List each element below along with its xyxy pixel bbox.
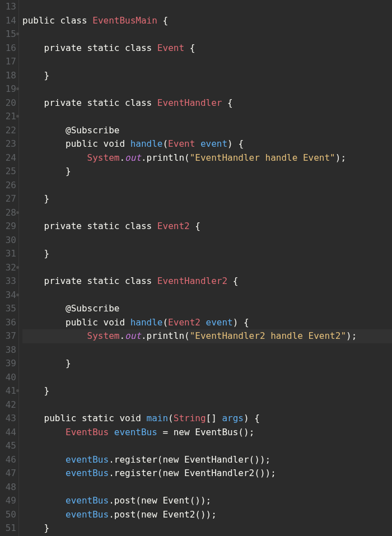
punct: { xyxy=(227,97,233,108)
param: event xyxy=(200,138,227,149)
punct: . xyxy=(119,330,125,341)
punct: . xyxy=(109,509,114,520)
punct: ( xyxy=(238,427,244,437)
keyword: private xyxy=(44,276,82,286)
keyword: class xyxy=(125,276,152,286)
param: event xyxy=(206,317,233,328)
var: eventBus xyxy=(114,427,157,437)
code-line-highlighted[interactable]: System.out.println("EventHandler2 handle… xyxy=(22,329,392,343)
punct: ) xyxy=(260,454,265,465)
line-number: 18 xyxy=(1,69,16,83)
punct: . xyxy=(141,330,147,341)
code-line[interactable]: public void handle(Event2 event) { xyxy=(22,317,249,328)
punct: } xyxy=(44,193,50,204)
line-number: 40 xyxy=(1,371,16,385)
line-number: 17 xyxy=(1,55,16,69)
keyword: public xyxy=(66,138,98,149)
code-line[interactable]: } xyxy=(22,193,49,204)
line-number: 36 xyxy=(1,316,16,330)
code-line[interactable]: private static class EventHandler2 { xyxy=(22,276,238,286)
line-number: 48 xyxy=(1,481,16,495)
code-line[interactable]: } xyxy=(22,385,49,396)
code-line[interactable]: } xyxy=(22,166,71,176)
code-line[interactable]: @Subscribe xyxy=(22,125,119,136)
punct: { xyxy=(233,276,239,286)
punct: } xyxy=(44,70,50,81)
line-number: 16 xyxy=(1,41,16,55)
type: Event2 xyxy=(168,317,200,328)
punct: [] xyxy=(206,413,217,423)
punct: ( xyxy=(168,413,174,423)
line-number: 13 xyxy=(1,0,16,14)
line-number: 14 xyxy=(1,14,16,28)
code-line[interactable]: private static class Event2 { xyxy=(22,221,200,231)
code-line[interactable]: eventBus.register(new EventHandler()); xyxy=(22,454,270,465)
code-area[interactable]: public class EventBusMain { private stat… xyxy=(19,0,392,536)
code-line[interactable]: private static class Event { xyxy=(22,43,195,53)
punct: ) xyxy=(335,152,341,163)
punct: ) xyxy=(244,427,249,437)
punct: ( xyxy=(162,138,168,149)
line-number: 42 xyxy=(1,398,16,412)
code-line[interactable]: eventBus.post(new Event2()); xyxy=(22,509,217,520)
line-number: 47 xyxy=(1,467,16,481)
ctor: EventBus xyxy=(195,427,238,437)
code-line[interactable]: } xyxy=(22,523,49,533)
var: eventBus xyxy=(66,454,109,465)
string: "EventHandler2 handle Event2" xyxy=(190,330,346,341)
field: out xyxy=(125,152,141,163)
code-editor[interactable]: 1314151617181920212223242526272829303132… xyxy=(0,0,392,536)
punct: ( xyxy=(184,330,190,341)
line-number: 32 xyxy=(1,261,16,275)
keyword: public xyxy=(22,15,55,26)
class-name: EventHandler xyxy=(157,97,222,108)
code-line[interactable]: public void handle(Event event) { xyxy=(22,138,244,149)
keyword: void xyxy=(119,413,141,423)
punct: ) xyxy=(254,454,260,465)
code-line[interactable]: public class EventBusMain { xyxy=(22,15,168,26)
keyword: new xyxy=(141,495,157,506)
keyword: public xyxy=(44,413,77,423)
line-number: 41 xyxy=(1,384,16,398)
class-name: EventHandler2 xyxy=(157,276,227,286)
code-line[interactable]: eventBus.register(new EventHandler2()); xyxy=(22,468,276,478)
punct: ( xyxy=(249,454,255,465)
punct: ; xyxy=(352,330,357,341)
line-number: 45 xyxy=(1,439,16,453)
punct: ( xyxy=(190,495,195,506)
punct: ; xyxy=(206,495,212,506)
method: println xyxy=(147,152,184,163)
code-line[interactable]: System.out.println("EventHandler handle … xyxy=(22,152,346,163)
keyword: static xyxy=(82,413,114,423)
keyword: static xyxy=(87,276,120,286)
method: main xyxy=(147,413,169,423)
line-number: 15 xyxy=(1,27,16,41)
punct: ) xyxy=(233,317,239,328)
code-line[interactable]: private static class EventHandler { xyxy=(22,97,233,108)
punct: { xyxy=(254,413,260,423)
code-line[interactable]: @Subscribe xyxy=(22,303,119,314)
punct: . xyxy=(141,152,147,163)
code-line[interactable]: eventBus.post(new Event()); xyxy=(22,495,211,506)
keyword: new xyxy=(162,454,179,465)
punct: ( xyxy=(184,152,190,163)
punct: ( xyxy=(136,495,141,506)
code-line[interactable]: public static void main(String[] args) { xyxy=(22,413,260,423)
punct: ; xyxy=(211,509,217,520)
code-line[interactable]: } xyxy=(22,358,71,369)
keyword: class xyxy=(60,15,87,26)
punct: ; xyxy=(340,152,346,163)
punct: ; xyxy=(249,427,255,437)
var: eventBus xyxy=(66,495,109,506)
code-line[interactable]: EventBus eventBus = new EventBus(); xyxy=(22,427,254,437)
keyword: public xyxy=(66,317,98,328)
keyword: new xyxy=(141,509,157,520)
punct: ) xyxy=(346,330,352,341)
punct: ) xyxy=(200,495,206,506)
line-number: 34 xyxy=(1,288,16,302)
line-number: 28 xyxy=(1,206,16,220)
code-line[interactable]: } xyxy=(22,70,49,81)
line-number: 51 xyxy=(1,521,16,535)
code-line[interactable]: } xyxy=(22,248,49,259)
line-number: 46 xyxy=(1,453,16,467)
